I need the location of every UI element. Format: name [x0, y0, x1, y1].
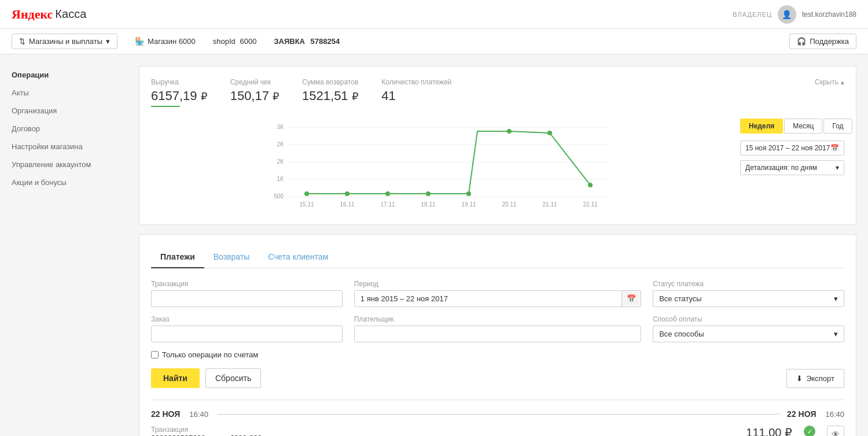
- trans-status-section: ✓: [804, 426, 815, 436]
- view-button[interactable]: 👁: [827, 426, 844, 436]
- refund-label: Сумма возвратов: [302, 78, 358, 86]
- revenue-label: Выручка: [151, 78, 207, 86]
- svg-point-11: [345, 191, 350, 196]
- action-left: Найти Сбросить: [151, 368, 261, 388]
- main-layout: Операции Акты Организация Договор Настро…: [0, 54, 868, 436]
- user-name: test.korzhavin188: [802, 10, 856, 19]
- status-label: Статус платежа: [653, 280, 844, 288]
- trans-time-left: 16:40: [189, 410, 208, 419]
- checkbox-row: Только операции по счетам: [151, 350, 844, 359]
- sidebar-item-organization[interactable]: Организация: [0, 102, 127, 120]
- svg-text:20.11: 20.11: [502, 201, 516, 208]
- support-label: Поддержка: [810, 37, 849, 46]
- zaявka-label: ЗАЯВКА: [274, 37, 305, 46]
- chevron-up-icon: ▴: [841, 78, 844, 86]
- header-right: ВЛАДЕЛЕЦ 👤 test.korzhavin188: [733, 5, 856, 24]
- period-month-button[interactable]: Месяц: [784, 119, 822, 134]
- export-label: Экспорт: [806, 374, 834, 383]
- shop-icon: 🏪: [135, 37, 144, 46]
- svg-text:3К: 3К: [277, 124, 284, 130]
- sidebar: Операции Акты Организация Договор Настро…: [0, 54, 127, 436]
- sidebar-item-account-management[interactable]: Управление аккаунтом: [0, 156, 127, 173]
- tab-payments[interactable]: Платежи: [151, 246, 204, 268]
- tabs-card: Платежи Возвраты Счета клиентам Транзакц…: [139, 234, 856, 436]
- reset-button[interactable]: Сбросить: [205, 368, 261, 388]
- toolbar: ⇅ Магазины и выплаты ▾ 🏪 Магазин 6000 sh…: [0, 29, 868, 54]
- accounts-only-checkbox[interactable]: [151, 351, 159, 359]
- chevron-down-icon: ▾: [106, 37, 110, 46]
- payment-method-select[interactable]: Все способы ▾: [653, 326, 844, 342]
- sidebar-item-operations[interactable]: Операции: [0, 66, 127, 84]
- sidebar-item-promotions[interactable]: Акции и бонусы: [0, 173, 127, 191]
- date-range-value: 15 ноя 2017 – 22 ноя 2017: [745, 144, 830, 152]
- svg-point-17: [588, 183, 593, 187]
- svg-text:2К: 2К: [277, 141, 284, 147]
- trans-date-right: 22 НОЯ: [787, 409, 816, 419]
- payments-count-label: Количество платежей: [381, 78, 451, 86]
- payer-label: Плательщик: [354, 315, 641, 323]
- find-button[interactable]: Найти: [151, 368, 200, 388]
- svg-point-12: [385, 191, 390, 196]
- logo-kassa: Касса: [55, 8, 86, 21]
- trans-time-right: 16:40: [825, 410, 844, 419]
- status-value: Все статусы: [659, 294, 702, 303]
- order-input[interactable]: [151, 326, 343, 342]
- svg-text:22.11: 22.11: [583, 201, 597, 208]
- chart-container: 3К 2К 2К 1К 500: [151, 119, 729, 213]
- transaction-input[interactable]: [151, 290, 343, 307]
- payment-method-label: Способ оплаты: [653, 315, 844, 323]
- trans-arrow-line: [218, 414, 778, 415]
- svg-point-10: [304, 191, 309, 196]
- period-input-field[interactable]: [355, 291, 621, 306]
- tab-refunds[interactable]: Возвраты: [204, 246, 259, 268]
- hide-stats-button[interactable]: Скрыть ▴: [815, 78, 844, 86]
- shop-id-info: shopId 6000: [213, 37, 257, 46]
- avatar: 👤: [778, 5, 796, 24]
- svg-text:500: 500: [274, 193, 284, 199]
- svg-text:2К: 2К: [277, 158, 284, 165]
- period-buttons: Неделя Месяц Год: [740, 119, 844, 134]
- trans-actions: 👁 ↩: [827, 426, 844, 436]
- stats-row: Выручка 6157,19 ₽ Средний чек 150,17 ₽ С…: [151, 78, 844, 107]
- filter-payment-method: Способ оплаты Все способы ▾: [653, 315, 844, 342]
- chevron-down-icon-method: ▾: [834, 330, 838, 338]
- action-row: Найти Сбросить ⬇ Экспорт: [151, 368, 844, 388]
- stat-refund: Сумма возвратов 1521,51 ₽: [302, 78, 358, 104]
- date-range-input[interactable]: 15 ноя 2017 – 22 ноя 2017 📅: [740, 141, 844, 156]
- tab-accounts[interactable]: Счета клиентам: [259, 246, 337, 268]
- calendar-icon-period[interactable]: 📅: [621, 291, 641, 306]
- avg-check-label: Средний чек: [230, 78, 279, 86]
- svg-text:19.11: 19.11: [461, 201, 476, 208]
- chart-controls: Неделя Месяц Год 15 ноя 2017 – 22 ноя 20…: [740, 119, 844, 213]
- download-icon: ⬇: [796, 374, 803, 383]
- zaявka-info: ЗАЯВКА 5788254: [274, 37, 340, 46]
- shops-button[interactable]: ⇅ Магазины и выплаты ▾: [12, 34, 117, 49]
- svg-point-14: [466, 191, 471, 196]
- detail-select[interactable]: Детализация: по дням ▾: [740, 160, 844, 175]
- sidebar-item-shop-settings[interactable]: Настройки магазина: [0, 138, 127, 156]
- payer-input[interactable]: [354, 326, 641, 342]
- status-select[interactable]: Все статусы ▾: [653, 290, 844, 307]
- revenue-value: 6157,19 ₽: [151, 88, 207, 104]
- sidebar-item-acts[interactable]: Акты: [0, 84, 127, 102]
- period-year-button[interactable]: Год: [823, 119, 852, 134]
- svg-point-13: [426, 191, 431, 196]
- sidebar-item-contract[interactable]: Договор: [0, 120, 127, 138]
- trans-amount-section: 111,00 ₽ 👛 410031654938138: [718, 426, 792, 436]
- svg-text:16.11: 16.11: [340, 201, 354, 208]
- calendar-icon: 📅: [830, 144, 839, 152]
- role-label: ВЛАДЕЛЕЦ: [733, 11, 772, 18]
- zaявka-value: 5788254: [311, 37, 340, 46]
- svg-text:18.11: 18.11: [421, 201, 435, 208]
- order-label: Заказ: [151, 315, 343, 323]
- shop-id-label: shopId: [213, 37, 236, 46]
- export-button[interactable]: ⬇ Экспорт: [786, 369, 844, 388]
- logo-yandex: Яндекс: [12, 7, 53, 22]
- transaction-label: Транзакция: [151, 280, 343, 288]
- period-week-button[interactable]: Неделя: [740, 119, 783, 134]
- support-button[interactable]: 🎧 Поддержка: [789, 34, 856, 49]
- detail-label: Детализация: по дням: [745, 164, 817, 172]
- svg-point-15: [507, 129, 512, 134]
- payments-count-value: 41: [381, 88, 451, 104]
- svg-text:17.11: 17.11: [380, 201, 395, 208]
